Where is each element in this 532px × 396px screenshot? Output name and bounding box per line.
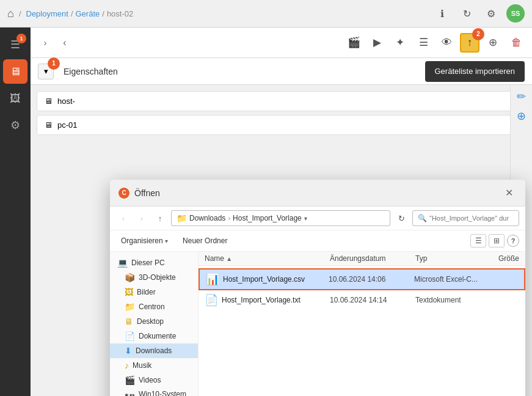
dialog-title-bar: C Öffnen ✕: [110, 180, 525, 207]
pc-icon: 💻: [117, 258, 128, 268]
help-button[interactable]: ?: [507, 235, 519, 247]
file-date: 10.06.2024 14:14: [330, 296, 415, 304]
nav-item-downloads[interactable]: ⬇ Downloads: [110, 343, 198, 358]
sort-arrow: ▲: [226, 255, 232, 262]
breadcrumb: Deployment / Geräte / host-02: [26, 9, 134, 18]
nav-item-win10[interactable]: 💾 Win10-System (C:: [110, 387, 198, 396]
organize-button[interactable]: Organisieren ▾: [116, 235, 173, 247]
list-icon[interactable]: ☰: [414, 33, 433, 53]
col-name-header[interactable]: Name ▲: [205, 254, 330, 263]
nav-item-dokumente[interactable]: 📄 Dokumente: [110, 329, 198, 343]
settings-button[interactable]: ⚙: [482, 4, 500, 23]
addr-refresh-button[interactable]: ↻: [394, 211, 409, 226]
user-avatar[interactable]: SS: [506, 4, 525, 23]
main-toolbar: › ‹ 🎬 ▶ ✦ ☰ 👁 ↑ 2 ⊕ 🗑: [31, 28, 532, 58]
address-search: 🔍: [412, 210, 519, 226]
nav-label: Dokumente: [139, 332, 176, 340]
downloads-icon: ⬇: [125, 346, 132, 356]
col-date-header[interactable]: Änderungsdatum: [330, 254, 415, 263]
dialog-close-button[interactable]: ✕: [501, 186, 517, 200]
file-list-body: 📊 Host_Import_Vorlage.csv 10.06.2024 14:…: [199, 266, 525, 396]
drive-icon: 💾: [125, 394, 135, 396]
device-icon: 🖥: [45, 120, 53, 130]
file-date: 10.06.2024 14:06: [329, 275, 414, 284]
nav-item-centron[interactable]: 📁 Centron: [110, 299, 198, 314]
view-toggle-button[interactable]: ☰: [470, 234, 486, 248]
scene-icon[interactable]: 🎬: [344, 33, 363, 53]
open-file-dialog: C Öffnen ✕ ‹ › ↑ 📁 Downloads › Host_Impo…: [110, 180, 525, 396]
top-bar-left: ⌂ / Deployment / Geräte / host-02: [7, 7, 433, 20]
col-type-header[interactable]: Typ: [415, 254, 483, 263]
device-icon: 🖥: [45, 97, 53, 106]
sidebar-item-devices[interactable]: 🖥: [3, 59, 27, 84]
toolbar-icons: 🎬 ▶ ✦ ☰ 👁 ↑ 2 ⊕ 🗑: [344, 33, 526, 53]
up-nav-button[interactable]: ↑: [153, 211, 167, 226]
info-button[interactable]: ℹ: [433, 4, 451, 23]
add-action-icon[interactable]: ⊕: [517, 109, 526, 123]
refresh-button[interactable]: ↻: [457, 4, 476, 23]
list-item[interactable]: 📊 Host_Import_Vorlage.csv 10.06.2024 14:…: [199, 268, 525, 290]
nav-item-3d-objekte[interactable]: 📦 3D-Objekte: [110, 270, 198, 285]
path-dropdown-arrow[interactable]: ▾: [304, 215, 307, 222]
folder-icon: 🎬: [125, 375, 135, 385]
upload-icon[interactable]: ↑ 2: [460, 33, 479, 53]
chrome-icon: C: [118, 188, 129, 199]
organize-arrow: ▾: [165, 238, 168, 244]
breadcrumb-deployment[interactable]: Deployment: [26, 9, 68, 18]
folder-icon: 📄: [125, 331, 135, 341]
csv-file-icon: 📊: [206, 273, 219, 286]
devices-icon: 🖥: [10, 65, 21, 78]
effects-icon[interactable]: ✦: [390, 33, 410, 53]
edit-action-icon[interactable]: ✏: [517, 90, 526, 103]
sidebar-item-images[interactable]: 🖼: [3, 86, 27, 111]
path-part-2: Host_Import_Vorlage: [233, 214, 302, 222]
nav-item-musik[interactable]: ♪ Musik: [110, 358, 198, 373]
device-list-area: 🖥 host- 🖥 pc-01 ✏ ⊕ 🗑 C Öffn: [31, 85, 532, 396]
nav-label: Videos: [139, 376, 161, 384]
play-icon[interactable]: ▶: [367, 33, 387, 53]
search-input[interactable]: [429, 215, 509, 222]
back-button[interactable]: ‹: [56, 34, 73, 51]
forward-nav-button[interactable]: ›: [134, 211, 149, 226]
view-grid-button[interactable]: ⊞: [489, 234, 505, 248]
file-list: Name ▲ Änderungsdatum Typ Größe 📊 Hos: [199, 252, 525, 396]
properties-label: Eigenschaften: [64, 67, 420, 76]
dialog-body: 💻 Dieser PC 📦 3D-Objekte 🖼 Bilder �: [110, 252, 525, 396]
main-layout: ☰ 1 🖥 🖼 ⚙ › ‹ 🎬 ▶ ✦ ☰ 👁 ↑: [0, 28, 532, 396]
address-path[interactable]: 📁 Downloads › Host_Import_Vorlage ▾: [171, 210, 390, 226]
sidebar-item-toggle[interactable]: ☰ 1: [3, 32, 27, 57]
breadcrumb-host: host-02: [107, 9, 133, 18]
nav-tree: 💻 Dieser PC 📦 3D-Objekte 🖼 Bilder �: [110, 252, 199, 396]
delete-icon[interactable]: 🗑: [506, 33, 526, 53]
nav-label: Bilder: [137, 288, 156, 296]
folder-icon: 📁: [125, 302, 135, 312]
expand-sidebar-button[interactable]: ›: [37, 34, 54, 51]
nav-label: Downloads: [136, 346, 172, 355]
new-folder-button[interactable]: Neuer Ordner: [178, 235, 232, 247]
top-bar-right: ℹ ↻ ⚙ SS: [433, 4, 525, 23]
file-list-header: Name ▲ Änderungsdatum Typ Größe: [199, 252, 525, 266]
nav-item-bilder[interactable]: 🖼 Bilder: [110, 285, 198, 299]
nav-item-videos[interactable]: 🎬 Videos: [110, 373, 198, 387]
txt-file-icon: 📄: [205, 293, 218, 307]
sidebar: ☰ 1 🖥 🖼 ⚙: [0, 28, 31, 396]
nav-item-dieser-pc[interactable]: 💻 Dieser PC: [110, 255, 198, 270]
search-icon: 🔍: [418, 214, 427, 222]
dialog-toolbar: Organisieren ▾ Neuer Ordner ☰ ⊞ ?: [110, 230, 525, 252]
add-icon[interactable]: ⊕: [483, 33, 503, 53]
path-part-1: Downloads: [189, 214, 225, 222]
sidebar-item-settings[interactable]: ⚙: [3, 113, 27, 138]
col-size-header[interactable]: Größe: [483, 254, 519, 263]
eye-icon[interactable]: 👁: [437, 33, 456, 53]
settings-icon: ⚙: [10, 119, 20, 132]
list-item[interactable]: 📄 Host_Import_Vorlage.txt 10.06.2024 14:…: [199, 290, 525, 310]
device-name: host-: [57, 97, 75, 106]
folder-icon: 🖥: [125, 317, 133, 326]
images-icon: 🖼: [10, 92, 21, 105]
import-devices-button[interactable]: Geräteliste importieren: [425, 61, 525, 82]
nav-item-desktop[interactable]: 🖥 Desktop: [110, 314, 198, 329]
breadcrumb-geraete[interactable]: Geräte: [76, 9, 100, 18]
table-row: 🖥 host-: [37, 91, 526, 111]
back-nav-button[interactable]: ‹: [116, 211, 131, 226]
home-icon[interactable]: ⌂: [7, 7, 14, 20]
